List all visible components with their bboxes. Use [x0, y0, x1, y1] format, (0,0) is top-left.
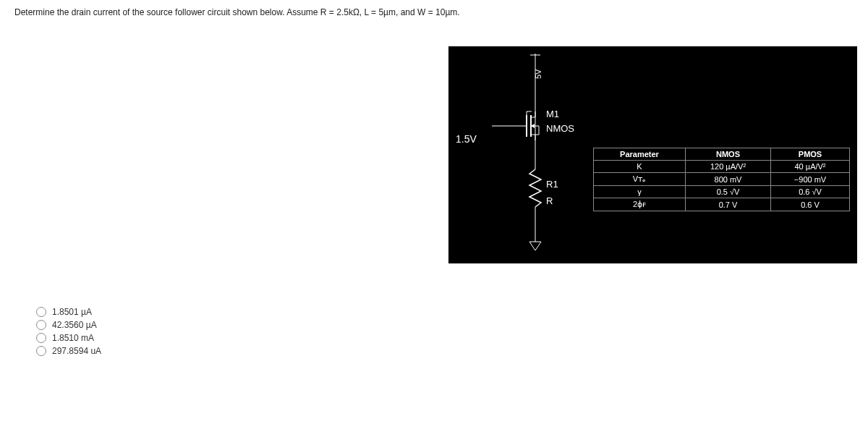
option-a[interactable]: 1.8501 µA: [36, 307, 854, 317]
option-label: 42.3560 µA: [52, 320, 97, 330]
table-row: γ 0.5 √V 0.6 √V: [594, 186, 850, 198]
table-row: K 120 µA/V² 40 µA/V²: [594, 161, 850, 173]
vin-label: 1.5V: [456, 133, 477, 145]
vdd-label: 5V: [534, 69, 542, 79]
option-label: 1.8510 mA: [52, 333, 94, 343]
answer-options: 1.8501 µA 42.3560 µA 1.8510 mA 297.8594 …: [36, 307, 854, 356]
radio-icon[interactable]: [36, 346, 46, 356]
resistor-label: R1: [546, 179, 558, 190]
option-b[interactable]: 42.3560 µA: [36, 320, 854, 330]
radio-icon[interactable]: [36, 320, 46, 330]
option-label: 1.8501 µA: [52, 307, 92, 317]
table-row: Vᴛₒ 800 mV −900 mV: [594, 173, 850, 186]
resistor-value: R: [546, 195, 553, 206]
radio-icon[interactable]: [36, 333, 46, 343]
circuit-panel: 5V M1 NMOS 1.: [448, 46, 857, 263]
svg-marker-18: [529, 242, 541, 250]
question-text: Determine the drain current of the sourc…: [14, 7, 854, 17]
circuit-diagram: 5V M1 NMOS 1.: [448, 46, 593, 263]
mosfet-type: NMOS: [546, 123, 574, 134]
table-header-row: Parameter NMOS PMOS: [594, 148, 850, 161]
option-c[interactable]: 1.8510 mA: [36, 333, 854, 343]
table-row: 2ϕꜰ 0.7 V 0.6 V: [594, 198, 850, 211]
option-d[interactable]: 297.8594 uA: [36, 346, 854, 356]
option-label: 297.8594 uA: [52, 346, 101, 356]
parameter-table: Parameter NMOS PMOS K 120 µA/V² 40 µA/V²…: [593, 148, 850, 211]
col-pmos: PMOS: [771, 148, 850, 161]
col-parameter: Parameter: [594, 148, 686, 161]
col-nmos: NMOS: [685, 148, 770, 161]
radio-icon[interactable]: [36, 307, 46, 317]
mosfet-label: M1: [546, 109, 559, 119]
